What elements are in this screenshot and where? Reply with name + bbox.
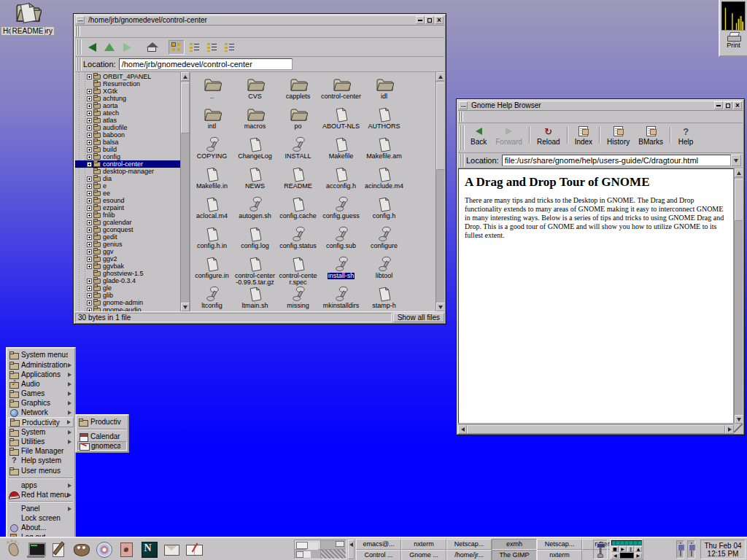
file-item[interactable]: stamp-h (363, 285, 406, 311)
tree-item[interactable]: baboon (75, 131, 180, 139)
file-item[interactable]: config.sub (320, 225, 363, 255)
task-exmh[interactable]: exmh (492, 539, 537, 550)
file-item[interactable]: COPYING (190, 136, 233, 166)
scroll-down-button[interactable] (735, 415, 743, 424)
handle-grip[interactable] (77, 39, 82, 55)
tree-item[interactable]: atlas (75, 117, 180, 124)
slider-right[interactable] (687, 540, 695, 559)
file-item[interactable]: configure.in (190, 255, 233, 285)
task-gnome[interactable]: Gnome ... (401, 550, 446, 560)
submenu-item-gnomecard[interactable]: gnomecard (77, 441, 127, 451)
tree-item[interactable]: gnome-admin (75, 299, 180, 306)
expand-box-icon[interactable] (87, 89, 92, 94)
slider-left[interactable] (676, 540, 684, 559)
expand-box-icon[interactable] (87, 293, 92, 298)
file-item[interactable]: control-center (320, 76, 363, 106)
file-item[interactable]: Makefile (320, 136, 363, 166)
scroll-thumb[interactable] (181, 82, 190, 133)
tree-item[interactable]: ggv2 (75, 255, 180, 262)
scroll-thumb[interactable] (735, 179, 743, 221)
expand-box-icon[interactable] (87, 249, 92, 254)
tree-item[interactable]: gconquest (75, 226, 180, 233)
submenu-item-calendar[interactable]: Calendar (77, 432, 127, 441)
terminal-launcher[interactable] (24, 539, 47, 559)
file-item[interactable]: po (276, 106, 320, 136)
cd-next-button[interactable]: ▶ (635, 553, 643, 559)
maximize-button[interactable] (425, 16, 434, 24)
help-history-button[interactable]: History (603, 125, 634, 146)
location-input[interactable]: /home/jrb/gnomedevel/control-center (119, 58, 293, 70)
expand-box-icon[interactable] (87, 96, 92, 101)
toolbar-button[interactable] (101, 40, 117, 55)
cd-stop-button[interactable]: ■ (611, 546, 619, 552)
expand-box-icon[interactable] (87, 125, 92, 131)
menu-item-about[interactable]: About... (8, 523, 74, 532)
show-all-files-button[interactable]: Show all files (393, 313, 444, 322)
expand-box-icon[interactable] (87, 184, 92, 189)
help-forward-button[interactable]: Forward (491, 125, 527, 146)
file-item[interactable]: ltconfig (190, 285, 233, 311)
menu-item-file-manager[interactable]: File Manager (8, 446, 74, 456)
toolbar-button[interactable] (84, 40, 100, 55)
help-hscrollbar[interactable] (458, 424, 734, 433)
maximize-button[interactable] (724, 101, 732, 109)
close-button[interactable] (435, 16, 444, 24)
tree-item[interactable]: control-center (75, 160, 180, 168)
main-menu-button[interactable] (1, 539, 24, 559)
tree-item[interactable]: ezpaint (75, 204, 180, 211)
clock-applet[interactable]: Thu Feb 04 12:15 PM (700, 540, 746, 559)
fm-titlebar[interactable]: /home/jrb/gnomedevel/control-center (75, 15, 444, 26)
tree-item[interactable]: ggvbak (75, 262, 180, 270)
tree-item[interactable]: glib (75, 292, 180, 299)
tree-item[interactable]: audiofile (75, 124, 180, 131)
menu-item-applications[interactable]: Applications (8, 370, 74, 379)
expand-box-icon[interactable] (87, 213, 92, 218)
file-item[interactable]: NEWS (233, 166, 276, 195)
submenu-item[interactable] (78, 429, 126, 430)
help-titlebar[interactable]: Gnome Help Browser (458, 101, 743, 111)
scroll-left-button[interactable] (458, 425, 467, 434)
file-item[interactable]: config.cache (276, 195, 320, 225)
task-the-gimp[interactable]: The GIMP (492, 550, 537, 560)
help-toolbar-button[interactable] (670, 127, 671, 144)
expand-box-icon[interactable] (87, 286, 92, 291)
pager-desktop-1[interactable] (295, 540, 320, 549)
pager-desktop-2[interactable] (321, 540, 347, 549)
expand-box-icon[interactable] (87, 220, 92, 225)
tree-item[interactable]: aorta (75, 102, 180, 109)
expand-box-icon[interactable] (87, 279, 92, 284)
cd-play-button[interactable]: ▶ (619, 546, 627, 552)
menu-item-system-menus[interactable]: System menus (8, 349, 74, 360)
file-pane-scrollbar[interactable] (436, 72, 444, 311)
desktop-icon-readme[interactable]: README (0, 0, 55, 36)
file-item[interactable]: acconfig.h (320, 166, 363, 195)
file-item[interactable]: intl (190, 106, 233, 136)
cd-player-launcher[interactable] (92, 539, 115, 559)
help-index-button[interactable]: Index (570, 125, 597, 146)
file-item[interactable]: idl (363, 76, 406, 106)
scroll-down-button[interactable] (181, 303, 190, 311)
volume-slider[interactable] (597, 543, 605, 548)
help-toolbar-button[interactable] (567, 127, 568, 144)
mail-launcher[interactable] (160, 539, 182, 559)
expand-box-icon[interactable] (87, 147, 92, 152)
handle-grip[interactable] (77, 58, 82, 71)
menu-item-games[interactable]: Games (8, 389, 74, 398)
toolbar-button[interactable] (221, 40, 237, 55)
expand-box-icon[interactable] (87, 228, 92, 233)
file-item[interactable]: ABOUT-NLS (320, 106, 363, 136)
file-item[interactable]: missing (276, 285, 320, 311)
fm-menu[interactable] (117, 30, 128, 33)
toolbar-button[interactable] (144, 40, 160, 55)
submenu-item-productivity[interactable]: Productivity (77, 416, 127, 427)
toolbar-button[interactable] (169, 40, 185, 55)
handle-grip[interactable] (460, 154, 465, 167)
menu-item-audio[interactable]: Audio (8, 379, 74, 389)
file-item[interactable]: README (276, 166, 320, 195)
file-item[interactable]: libtool (363, 255, 406, 285)
close-button[interactable] (733, 101, 742, 109)
tree-item[interactable]: ee (75, 190, 180, 197)
fm-menu[interactable] (128, 30, 140, 33)
file-item[interactable]: AUTHORS (363, 106, 406, 136)
help-menu[interactable] (465, 115, 476, 118)
